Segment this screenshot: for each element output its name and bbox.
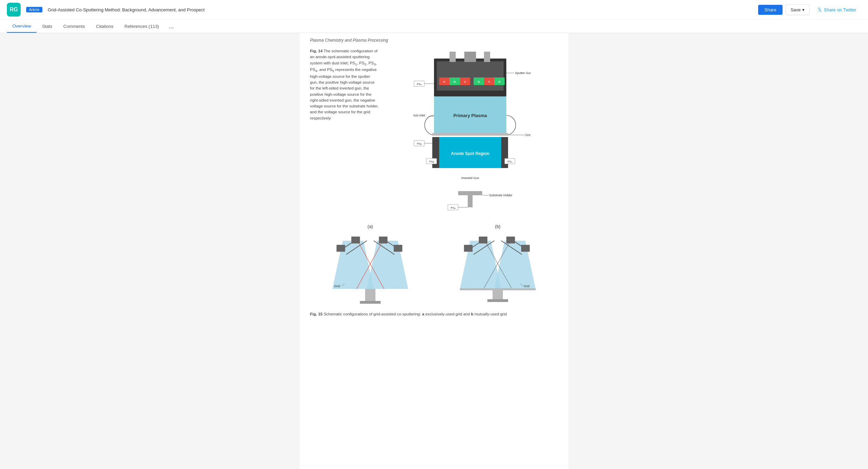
svg-text:S: S (443, 80, 445, 83)
svg-text:Grid: Grid (525, 133, 530, 137)
twitter-label: Share on Twitter (824, 7, 856, 12)
svg-text:Grid: Grid (524, 284, 529, 288)
save-button[interactable]: Save ▾ (785, 4, 810, 15)
figure-14-caption: Fig. 14 The schematic configuration of a… (310, 48, 379, 213)
svg-text:Anode Spot Region: Anode Spot Region (451, 151, 489, 156)
article-badge: Article (26, 7, 42, 12)
main-content: Plasma Chemistry and Plasma Processing F… (0, 31, 868, 469)
figure-15b-svg: Grid (460, 230, 536, 306)
svg-rect-68 (493, 290, 503, 301)
svg-text:PS₄: PS₄ (451, 206, 455, 209)
svg-text:Primary Plasma: Primary Plasma (453, 113, 487, 118)
svg-rect-42 (458, 191, 482, 195)
figure-15-caption: Fig. 15 Schematic configurations of grid… (310, 311, 558, 317)
svg-rect-8 (484, 52, 490, 62)
article-content: Plasma Chemistry and Plasma Processing F… (300, 31, 568, 469)
svg-rect-43 (468, 195, 473, 207)
nav-citations[interactable]: Citations (91, 20, 119, 32)
svg-rect-51 (365, 289, 375, 303)
svg-rect-52 (360, 301, 381, 304)
chevron-down-icon: ▾ (802, 7, 805, 12)
figure-15-images: (a) (310, 224, 558, 307)
svg-text:Inverted Gun: Inverted Gun (461, 176, 479, 180)
nav-stats[interactable]: Stats (37, 20, 58, 32)
svg-rect-7 (470, 52, 476, 62)
researchgate-logo[interactable]: RG (7, 3, 21, 17)
svg-text:N: N (498, 80, 500, 83)
figure-14-image: PS₁ S (386, 48, 558, 213)
header-actions: Share Save ▾ 𝕏 Share on Twitter (758, 4, 861, 15)
svg-rect-61 (337, 245, 345, 252)
svg-text:PS₃: PS₃ (429, 160, 434, 163)
svg-text:Dust Inlet: Dust Inlet (413, 114, 425, 117)
page-header: RG Article Grid-Assisted Co-Sputtering M… (0, 0, 868, 33)
svg-text:Grid: Grid (334, 284, 340, 288)
svg-rect-79 (521, 245, 530, 252)
figure-15b-label: (b) (437, 224, 558, 229)
figure-14-svg: PS₁ S (413, 48, 530, 213)
svg-text:S: S (488, 80, 490, 83)
svg-rect-62 (351, 237, 360, 243)
nav-overview[interactable]: Overview (7, 20, 37, 33)
svg-rect-78 (506, 237, 515, 243)
svg-text:S: S (464, 80, 466, 83)
figure-15b: (b) (437, 224, 558, 307)
svg-rect-29 (432, 133, 508, 136)
figure-15a: (a) (310, 224, 431, 307)
figure-15a-svg: Grid (332, 230, 408, 306)
figure-15a-label: (a) (310, 224, 431, 229)
svg-rect-63 (379, 237, 388, 243)
figure-15-block: (a) (310, 224, 558, 317)
save-label: Save (790, 7, 801, 12)
svg-text:PS₅: PS₅ (507, 160, 512, 163)
figure-14-label: Fig. 14 (310, 49, 322, 53)
svg-text:N: N (454, 80, 456, 83)
svg-text:Sputter Gun: Sputter Gun (515, 71, 530, 75)
twitter-share-button[interactable]: 𝕏 Share on Twitter (813, 4, 861, 15)
header-top-bar: RG Article Grid-Assisted Co-Sputtering M… (0, 0, 868, 19)
figure-14-text: The schematic configuration of an anode-… (310, 49, 379, 120)
svg-text:N: N (478, 80, 480, 83)
twitter-icon: 𝕏 (817, 7, 822, 13)
svg-rect-69 (487, 299, 508, 302)
figure-15-text: Schematic configurations of grid-assiste… (324, 312, 507, 316)
share-button[interactable]: Share (758, 5, 783, 15)
svg-text:PS₁: PS₁ (417, 83, 422, 86)
svg-rect-6 (464, 52, 471, 62)
svg-rect-5 (450, 52, 456, 62)
svg-rect-67 (460, 288, 536, 290)
svg-rect-4 (437, 61, 504, 91)
journal-name: Plasma Chemistry and Plasma Processing (310, 38, 558, 43)
svg-text:PS₂: PS₂ (417, 142, 422, 145)
nav-comments[interactable]: Comments (58, 20, 91, 32)
nav-references[interactable]: References (113) (119, 20, 164, 32)
svg-text:Substrate Holder: Substrate Holder (489, 194, 513, 197)
svg-rect-64 (394, 245, 402, 252)
svg-rect-77 (479, 237, 487, 243)
figure-15-label: Fig. 15 (310, 312, 322, 316)
article-title: Grid-Assisted Co-Sputtering Method: Back… (48, 7, 753, 12)
nav-more-button[interactable]: ... (165, 20, 178, 33)
navigation-bar: Overview Stats Comments Citations Refere… (0, 19, 868, 33)
figure-14-block: Fig. 14 The schematic configuration of a… (310, 48, 558, 213)
svg-rect-76 (464, 245, 473, 252)
